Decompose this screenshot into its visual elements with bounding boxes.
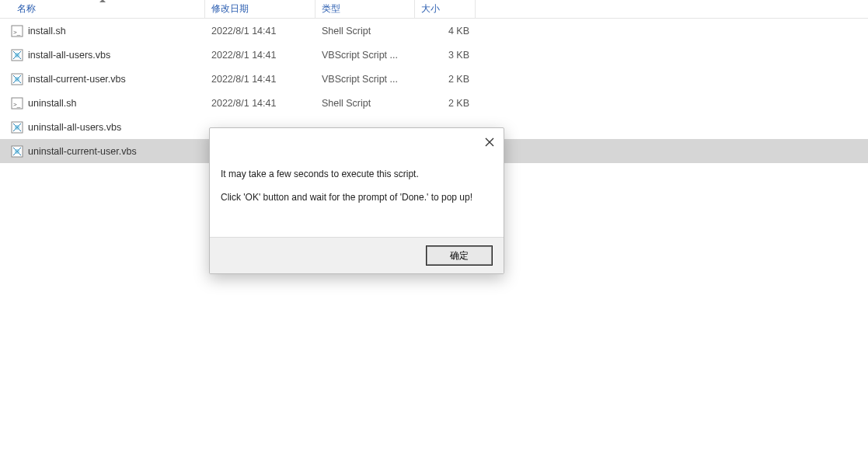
column-header-spacer [476,0,868,18]
file-type: Shell Script [315,26,415,37]
shell-file-icon: >_ [11,97,23,110]
vbs-file-icon [11,121,23,134]
file-date: 2022/8/1 14:41 [205,74,315,85]
column-header-date-label: 修改日期 [211,2,249,16]
dialog-message-line1: It may take a few seconds to execute thi… [221,169,493,179]
file-name: install-current-user.vbs [28,74,126,85]
vbs-file-icon [11,73,23,85]
file-name: install.sh [28,26,66,37]
svg-rect-11 [15,149,19,154]
svg-text:>_: >_ [13,101,21,108]
column-header-name[interactable]: 名称 [0,0,205,18]
svg-rect-5 [15,77,19,82]
file-name: uninstall-current-user.vbs [28,146,137,157]
file-date: 2022/8/1 14:41 [205,98,315,109]
file-type: Shell Script [315,98,415,109]
svg-text:>_: >_ [13,29,21,36]
vbs-file-icon [11,49,23,61]
column-header-size[interactable]: 大小 [415,0,476,18]
svg-rect-9 [15,125,19,130]
dialog-footer: 确定 [210,237,504,273]
file-row[interactable]: >_ install.sh 2022/8/1 14:41 Shell Scrip… [0,19,868,43]
close-icon [485,137,494,147]
column-header-size-label: 大小 [421,2,440,16]
file-size: 2 KB [415,98,476,109]
dialog-ok-button[interactable]: 确定 [426,245,493,266]
column-header-type-label: 类型 [322,2,340,16]
file-row[interactable]: install-current-user.vbs 2022/8/1 14:41 … [0,67,868,91]
svg-rect-3 [15,53,19,57]
file-date: 2022/8/1 14:41 [205,26,315,37]
vbs-file-icon [11,145,23,158]
column-header-row: 名称 修改日期 类型 大小 [0,0,868,19]
script-dialog: It may take a few seconds to execute thi… [209,127,504,274]
file-name: uninstall-all-users.vbs [28,122,121,133]
file-type: VBScript Script ... [315,74,415,85]
dialog-close-button[interactable] [482,134,497,150]
file-size: 2 KB [415,74,476,85]
shell-file-icon: >_ [11,25,23,37]
file-size: 4 KB [415,26,476,37]
dialog-body: It may take a few seconds to execute thi… [210,128,504,237]
dialog-message-line2: Click 'OK' button and wait for the promp… [221,192,493,203]
file-row[interactable]: install-all-users.vbs 2022/8/1 14:41 VBS… [0,43,868,67]
sort-ascending-icon [99,0,106,2]
file-row[interactable]: >_ uninstall.sh 2022/8/1 14:41 Shell Scr… [0,91,868,115]
file-type: VBScript Script ... [315,50,415,61]
file-size: 3 KB [415,50,476,61]
file-name: uninstall.sh [28,98,77,109]
file-name: install-all-users.vbs [28,50,110,61]
column-header-name-label: 名称 [17,2,36,16]
column-header-date[interactable]: 修改日期 [205,0,315,18]
file-date: 2022/8/1 14:41 [205,50,315,61]
column-header-type[interactable]: 类型 [315,0,415,18]
